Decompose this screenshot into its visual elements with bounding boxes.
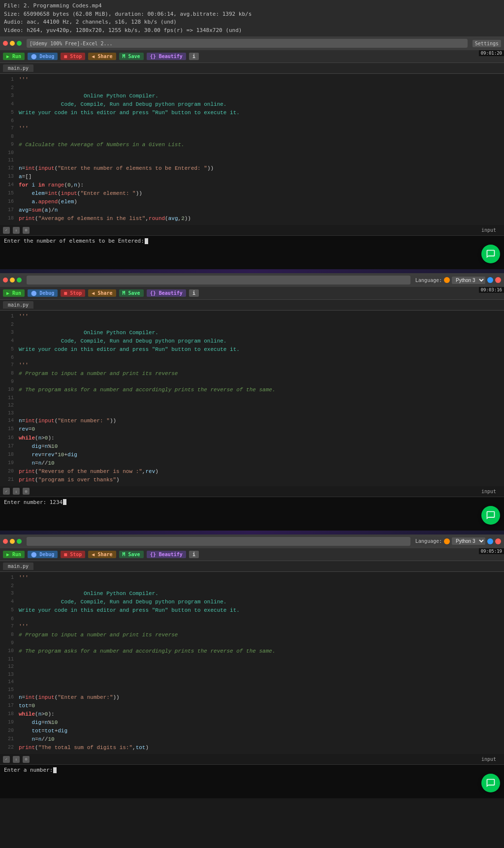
message-float-button-1[interactable]	[481, 245, 500, 263]
console-settings-icon-2[interactable]: ⚙	[23, 488, 30, 495]
console-down-icon-3[interactable]: ↓	[13, 756, 20, 763]
console-input-label-1: input	[481, 227, 501, 233]
file-tab-row-2: main.py	[0, 300, 504, 311]
console-settings-icon[interactable]: ⚙	[23, 227, 30, 234]
code-line: 16n=int(input("Enter a number:"))	[0, 693, 504, 702]
beautify-button-1[interactable]: {} Beautify	[147, 53, 186, 60]
code-line: 22print("The total sum of digits is:",to…	[0, 744, 504, 752]
close-dot[interactable]	[3, 41, 8, 46]
address-bar-2[interactable]	[27, 276, 410, 284]
console-down-icon-2[interactable]: ↓	[13, 488, 20, 495]
code-line: 14	[0, 678, 504, 686]
info-button-3[interactable]: i	[189, 551, 199, 558]
language-select-3[interactable]: Python 3	[452, 537, 485, 545]
console-output-3: Enter a number:	[0, 765, 504, 789]
run-button-2[interactable]: ▶ Run	[3, 289, 25, 297]
console-chevron-icon-3[interactable]: ✓	[3, 756, 10, 763]
code-line: 8# Program to input a number and print i…	[0, 370, 504, 378]
lang-dot-red-2	[495, 277, 501, 283]
save-button-1[interactable]: M Save	[119, 53, 144, 60]
code-line: 21print("program is over thanks")	[0, 476, 504, 484]
close-dot-2[interactable]	[3, 278, 8, 283]
code-line: 15 elem=int(input("Enter element: "))	[0, 189, 504, 198]
run-button-1[interactable]: ▶ Run	[3, 53, 25, 60]
editor-toolbar-1: ▶ Run ⬤ Debug ■ Stop ◀ Share M Save {} B…	[0, 50, 504, 63]
code-line: 8# Program to input a number and print i…	[0, 631, 504, 639]
code-area-2: 1''' 2 3 Online Python Compiler. 4 Code,…	[0, 311, 504, 486]
file-tab-main-py-1[interactable]: main.py	[3, 64, 33, 72]
info-button-1[interactable]: i	[189, 53, 199, 60]
code-line: 4 Code, Compile, Run and Debug python pr…	[0, 598, 504, 606]
code-line: 15	[0, 686, 504, 694]
console-chevron-icon[interactable]: ✓	[3, 227, 10, 234]
close-dot-3[interactable]	[3, 539, 8, 544]
debug-button-1[interactable]: ⬤ Debug	[28, 53, 58, 60]
console-toolbar-1: ✓ ↓ ⚙ input	[0, 225, 504, 236]
code-line: 3 Online Python Compiler.	[0, 329, 504, 337]
language-select-2[interactable]: Python 3	[452, 277, 485, 284]
console-settings-icon-3[interactable]: ⚙	[23, 756, 30, 763]
code-line: 5Write your code in this editor and pres…	[0, 345, 504, 354]
file-tab-main-py-2[interactable]: main.py	[3, 301, 33, 309]
share-button-1[interactable]: ◀ Share	[88, 53, 116, 60]
code-line: 17tot=0	[0, 702, 504, 710]
code-line: 11	[0, 157, 504, 164]
maximize-dot[interactable]	[17, 41, 22, 46]
debug-button-2[interactable]: ⬤ Debug	[28, 289, 58, 297]
share-button-3[interactable]: ◀ Share	[88, 551, 116, 558]
maximize-dot-3[interactable]	[17, 539, 22, 544]
code-line: 12	[0, 663, 504, 671]
console-prompt-2: Enter number: 1234	[4, 499, 500, 505]
code-line: 6	[0, 354, 504, 362]
address-bar-1[interactable]: [Udemy 100% Free]-Excel 2...	[27, 39, 468, 48]
lang-dot-red-3	[495, 538, 501, 544]
code-line: 10# The program asks for a number and ac…	[0, 647, 504, 656]
stop-button-3[interactable]: ■ Stop	[61, 551, 85, 558]
debug-button-3[interactable]: ⬤ Debug	[28, 551, 58, 558]
code-line: 7'''	[0, 361, 504, 370]
file-info-bar: File: 2. Programming Codes.mp4 Size: 650…	[0, 0, 504, 36]
console-input-label-2: input	[481, 489, 501, 494]
message-icon-2	[486, 510, 496, 520]
console-area-2: ✓ ↓ ⚙ input Enter number: 1234	[0, 486, 504, 531]
code-line: 6	[0, 615, 504, 623]
run-button-3[interactable]: ▶ Run	[3, 551, 25, 558]
minimize-dot-2[interactable]	[10, 278, 15, 283]
console-chevron-icon-2[interactable]: ✓	[3, 488, 10, 495]
console-toolbar-2: ✓ ↓ ⚙ input	[0, 486, 504, 497]
minimize-dot-3[interactable]	[10, 539, 15, 544]
info-button-2[interactable]: i	[189, 289, 199, 297]
console-input-label-3: input	[481, 756, 501, 762]
code-line: 5Write your code in this editor and pres…	[0, 606, 504, 615]
file-tab-main-py-3[interactable]: main.py	[3, 563, 33, 570]
code-line: 9	[0, 639, 504, 647]
settings-button-1[interactable]: Settings	[472, 40, 501, 47]
message-float-button-3[interactable]	[481, 774, 500, 792]
code-line: 11	[0, 656, 504, 663]
save-button-2[interactable]: M Save	[119, 289, 144, 297]
file-info-line4: Video: h264, yuv420p, 1280x720, 1255 kb/…	[4, 27, 500, 35]
timestamp-1: 09:01:20	[479, 50, 504, 56]
address-bar-3[interactable]	[27, 537, 410, 546]
code-line: 3 Online Python Compiler.	[0, 92, 504, 100]
save-button-3[interactable]: M Save	[119, 551, 144, 558]
console-prompt-1: Enter the number of elements to be Enter…	[4, 238, 500, 244]
beautify-button-3[interactable]: {} Beautify	[147, 551, 186, 558]
stop-button-1[interactable]: ■ Stop	[61, 53, 85, 60]
code-line: 20print("Reverse of the number is now :"…	[0, 468, 504, 476]
code-line: 9# Calculate the Average of Numbers in a…	[0, 141, 504, 149]
code-line: 10	[0, 149, 504, 157]
language-selector-2: Language: Python 3	[415, 277, 501, 284]
share-button-2[interactable]: ◀ Share	[88, 289, 116, 297]
code-line: 7'''	[0, 125, 504, 133]
minimize-dot[interactable]	[10, 41, 15, 46]
code-line: 13	[0, 409, 504, 417]
code-area-1: 1''' 2 3 Online Python Compiler. 4 Code,…	[0, 74, 504, 225]
stop-button-2[interactable]: ■ Stop	[61, 289, 85, 297]
code-line: 1'''	[0, 76, 504, 84]
message-icon-3	[486, 778, 496, 788]
message-float-button-2[interactable]	[481, 506, 500, 525]
maximize-dot-2[interactable]	[17, 278, 22, 283]
beautify-button-2[interactable]: {} Beautify	[147, 289, 186, 297]
console-down-icon[interactable]: ↓	[13, 227, 20, 234]
